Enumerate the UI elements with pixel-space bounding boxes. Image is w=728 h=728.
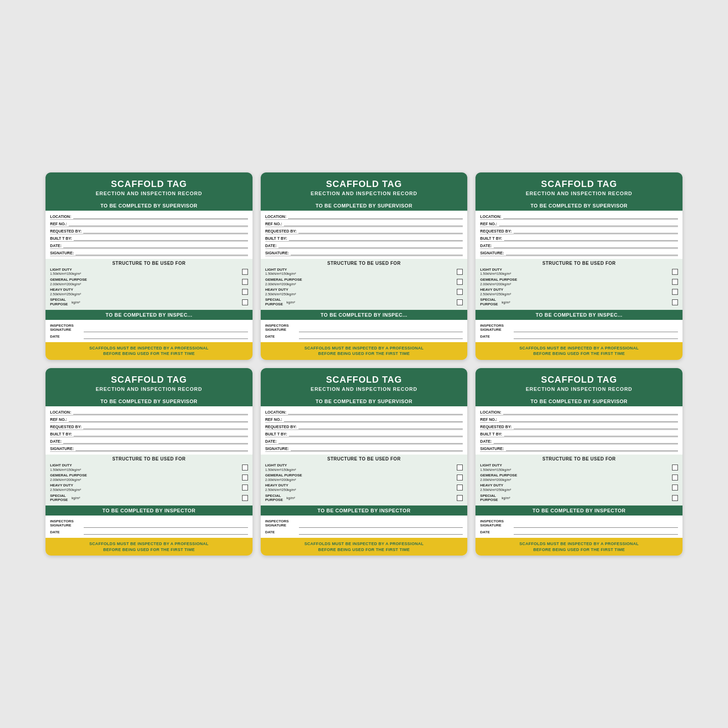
checkbox-general-purpose[interactable] (672, 475, 678, 480)
form-section-f2: LOCATION: REF NO.: REQUESTED BY: BUILT T… (261, 406, 468, 455)
form-row: DATE: (50, 438, 248, 445)
supervisor-bar-f1: TO BE COMPLETED BY SUPERVISOR (46, 396, 253, 406)
tag-title-f3: SCAFFOLD TAG (479, 374, 679, 385)
structure-row: HEAVY DUTY2.50kN/m²/250kg/m² (265, 483, 463, 492)
checkbox-light-duty[interactable] (672, 269, 678, 275)
form-row: DATE: (480, 438, 678, 445)
supervisor-bar-2: TO BE COMPLETED BY SUPERVISOR (261, 201, 468, 211)
structure-title-1: STRUCTURE TO BE USED FOR (50, 261, 248, 266)
form-section-3: LOCATION: REF NO.: REQUESTED BY: BUILT T… (475, 211, 682, 259)
form-row: REQUESTED BY: (480, 424, 678, 430)
structure-row: LIGHT DUTY1.50kN/m²/150kg/m² (480, 463, 678, 472)
special-row: SPECIALPURPOSE kg/m² (50, 298, 248, 306)
footer-bar-partial-1: SCAFFOLDS MUST BE INSPECTED BY A PROFESS… (46, 342, 253, 360)
supervisor-bar-3: TO BE COMPLETED BY SUPERVISOR (475, 201, 682, 211)
form-row: BUILT T BY: (480, 431, 678, 437)
form-row: LOCATION: (265, 213, 463, 220)
checkbox-general-purpose[interactable] (672, 279, 678, 285)
inspector-bar-f1: TO BE COMPLETED BY INSPECTOR (46, 506, 253, 516)
tag-title-2: SCAFFOLD TAG (264, 179, 464, 189)
form-row: DATE: (50, 243, 248, 249)
form-row: LOCATION: (480, 213, 678, 220)
form-row: BUILT T BY: (480, 235, 678, 242)
form-row: SIGNATURE: (480, 250, 678, 256)
special-row: SPECIALPURPOSE kg/m² (480, 298, 678, 306)
tag-subtitle-f2: ERECTION AND INSPECTION RECORD (264, 386, 464, 392)
structure-title-f2: STRUCTURE TO BE USED FOR (265, 456, 463, 461)
tag-top-2: SCAFFOLD TAG ERECTION AND INSPECTION REC… (261, 172, 468, 360)
form-row: BUILT T BY: (50, 431, 248, 437)
structure-row: LIGHT DUTY1.50kN/m²/150kg/m² (265, 463, 463, 472)
structure-section-f1: STRUCTURE TO BE USED FOR LIGHT DUTY1.50k… (46, 455, 253, 506)
form-row: BUILT T BY: (265, 431, 463, 437)
structure-row: LIGHT DUTY1.50kN/m²/150kg/m² (50, 463, 248, 472)
checkbox-general-purpose[interactable] (242, 279, 248, 285)
tag-top-1: SCAFFOLD TAG ERECTION AND INSPECTION REC… (46, 172, 253, 360)
checkbox-light-duty[interactable] (242, 269, 248, 275)
checkbox-heavy-duty[interactable] (242, 289, 248, 295)
special-row: SPECIALPURPOSE kg/m² (265, 494, 463, 502)
form-section-f1: LOCATION: REF NO.: REQUESTED BY: BUILT T… (46, 406, 253, 455)
form-row: LOCATION: (265, 409, 463, 415)
structure-row: GEMERAL PURPOSE2.00kN/m²/200kg/m² (265, 278, 463, 286)
inspector-bar-f3: TO BE COMPLETED BY INSPECTOR (475, 506, 682, 516)
tag-full-3: SCAFFOLD TAG ERECTION AND INSPECTION REC… (475, 368, 682, 556)
inspector-sig-row: INSPECTORSSIGNATURE (50, 518, 248, 528)
checkbox-special-purpose[interactable] (457, 299, 463, 305)
inspector-bar-partial-2: TO BE COMPLETED BY INSPEC... (261, 310, 468, 320)
structure-section-f2: STRUCTURE TO BE USED FOR LIGHT DUTY1.50k… (261, 455, 468, 506)
tag-header-f1: SCAFFOLD TAG ERECTION AND INSPECTION REC… (46, 368, 253, 396)
structure-row: GEMERAL PURPOSE2.00kN/m²/200kg/m² (50, 278, 248, 286)
checkbox-heavy-duty[interactable] (242, 485, 248, 490)
footer-bar-f3: SCAFFOLDS MUST BE INSPECTED BY A PROFESS… (475, 538, 682, 556)
scaffold-tags-grid: SCAFFOLD TAG ERECTION AND INSPECTION REC… (46, 172, 682, 556)
form-row: REF NO.: (50, 416, 248, 423)
checkbox-light-duty[interactable] (457, 465, 463, 470)
structure-row: LIGHT DUTY1.50kN/m²/150kg/m² (480, 268, 678, 276)
structure-row: HEAVY DUTY2.50kN/m²/250kg/m² (50, 483, 248, 492)
checkbox-heavy-duty[interactable] (672, 485, 678, 490)
form-row: REQUESTED BY: (265, 424, 463, 430)
structure-section-1: STRUCTURE TO BE USED FOR LIGHT DUTY1.50k… (46, 259, 253, 310)
checkbox-general-purpose[interactable] (242, 475, 248, 480)
structure-row: LIGHT DUTY1.50kN/m²/150kg/m² (50, 268, 248, 276)
footer-bar-f1: SCAFFOLDS MUST BE INSPECTED BY A PROFESS… (46, 538, 253, 556)
checkbox-heavy-duty[interactable] (457, 289, 463, 295)
tag-subtitle-2: ERECTION AND INSPECTION RECORD (264, 191, 464, 196)
tag-header-2: SCAFFOLD TAG ERECTION AND INSPECTION REC… (261, 172, 468, 201)
checkbox-light-duty[interactable] (242, 465, 248, 470)
checkbox-general-purpose[interactable] (457, 279, 463, 285)
tag-header-3: SCAFFOLD TAG ERECTION AND INSPECTION REC… (475, 172, 682, 201)
inspector-bar-partial-1: TO BE COMPLETED BY INSPEC... (46, 310, 253, 320)
form-row: DATE: (265, 438, 463, 445)
checkbox-special-purpose[interactable] (242, 495, 248, 501)
inspector-date-row: DATE (480, 334, 678, 339)
form-row: LOCATION: (50, 213, 248, 220)
checkbox-light-duty[interactable] (457, 269, 463, 275)
tag-subtitle-f1: ERECTION AND INSPECTION RECORD (49, 386, 249, 392)
structure-row: HEAVY DUTY2.50kN/m²/250kg/m² (265, 288, 463, 296)
checkbox-heavy-duty[interactable] (672, 289, 678, 295)
checkbox-heavy-duty[interactable] (457, 485, 463, 490)
structure-row: LIGHT DUTY1.50kN/m²/150kg/m² (265, 268, 463, 276)
checkbox-special-purpose[interactable] (457, 495, 463, 501)
structure-row: GEMERAL PURPOSE2.00kN/m²/200kg/m² (480, 278, 678, 286)
tag-header-1: SCAFFOLD TAG ERECTION AND INSPECTION REC… (46, 172, 253, 201)
form-row: REF NO.: (265, 416, 463, 423)
special-row: SPECIALPURPOSE kg/m² (50, 494, 248, 502)
tag-title-f2: SCAFFOLD TAG (264, 374, 464, 385)
checkbox-general-purpose[interactable] (457, 475, 463, 480)
tag-subtitle-f3: ERECTION AND INSPECTION RECORD (479, 386, 679, 392)
checkbox-special-purpose[interactable] (672, 495, 678, 501)
structure-row: GEMERAL PURPOSE2.00kN/m²/200kg/m² (265, 473, 463, 482)
form-section-1: LOCATION: REF NO.: REQUESTED BY: BUILT T… (46, 211, 253, 259)
inspector-bar-f2: TO BE COMPLETED BY INSPECTOR (261, 506, 468, 516)
tag-header-f3: SCAFFOLD TAG ERECTION AND INSPECTION REC… (475, 368, 682, 396)
supervisor-bar-f3: TO BE COMPLETED BY SUPERVISOR (475, 396, 682, 406)
tag-full-1: SCAFFOLD TAG ERECTION AND INSPECTION REC… (46, 368, 253, 556)
inspector-section-partial-3: INSPECTORSSIGNATURE DATE (475, 320, 682, 342)
checkbox-special-purpose[interactable] (242, 299, 248, 305)
form-section-2: LOCATION: REF NO.: REQUESTED BY: BUILT T… (261, 211, 468, 259)
checkbox-special-purpose[interactable] (672, 299, 678, 305)
checkbox-light-duty[interactable] (672, 465, 678, 470)
